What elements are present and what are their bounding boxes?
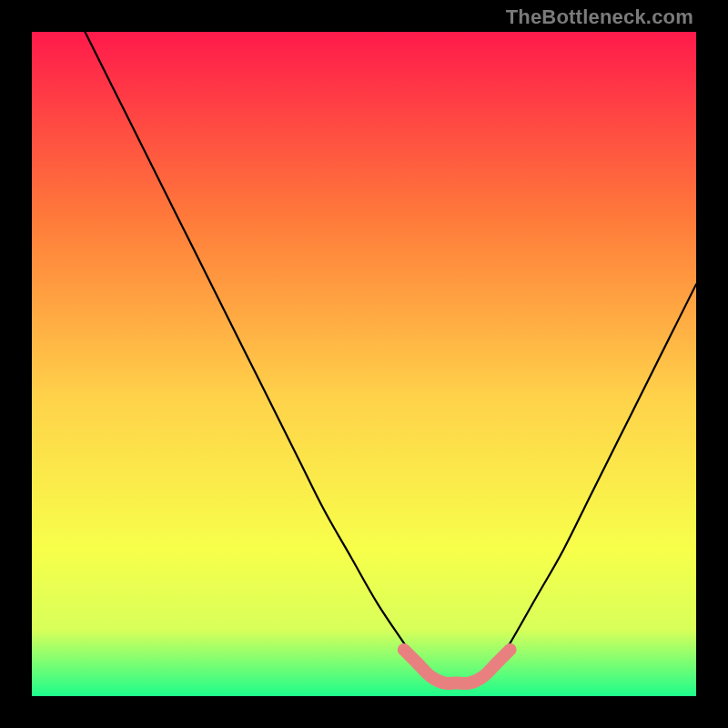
chart-frame (32, 32, 696, 696)
gradient-background (32, 32, 696, 696)
watermark-text: TheBottleneck.com (506, 5, 693, 29)
bottleneck-chart (32, 32, 696, 696)
